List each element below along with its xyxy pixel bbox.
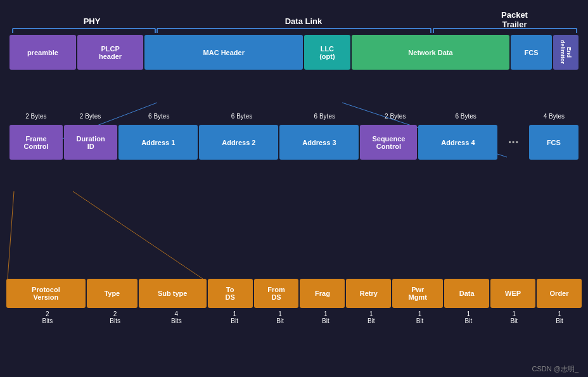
llc-opt-block: LLC(opt): [304, 35, 350, 70]
size-addr1: 6 Bytes: [118, 113, 200, 120]
pwr-mgmt-block: PwrMgmt: [392, 279, 443, 308]
fcs-l2-block: FCS: [529, 125, 578, 160]
fcs-l1-block: FCS: [511, 35, 551, 70]
dots-block: ···: [499, 125, 527, 160]
plcp-header-block: PLCPheader: [77, 35, 144, 70]
bits-from-ds: 1Bit: [258, 310, 302, 324]
preamble-block: preamble: [10, 35, 76, 70]
size-frame-control: 2 Bytes: [10, 113, 63, 120]
bits-wep: 1Bit: [492, 310, 536, 324]
svg-line-12: [73, 191, 203, 279]
diagram-container: PHY Data Link PacketTrailer preamble PLC…: [0, 0, 588, 377]
size-seq: 2 Bytes: [367, 113, 424, 120]
layer1-blocks: preamble PLCPheader MAC Header LLC(opt) …: [10, 35, 578, 70]
layer2-size-labels: 2 Bytes 2 Bytes 6 Bytes 6 Bytes 6 Bytes …: [10, 113, 578, 120]
data-block: Data: [444, 279, 489, 308]
seq-control-block: SequenceControl: [360, 125, 417, 160]
protocol-version-block: ProtocolVersion: [6, 279, 86, 308]
size-dots: [508, 113, 528, 120]
watermark: CSDN @志明_: [532, 364, 578, 374]
duration-id-block: DurationID: [64, 125, 117, 160]
layer3-bit-labels: 2Bits 2Bits 4Bits 1Bit 1Bit 1Bit 1Bit 1B…: [6, 310, 582, 324]
address4-block: Address 4: [418, 125, 497, 160]
trailer-label: PacketTrailer: [443, 10, 586, 29]
to-ds-block: ToDS: [208, 279, 253, 308]
bits-retry: 1Bit: [349, 310, 393, 324]
bits-to-ds: 1Bit: [212, 310, 257, 324]
type-block: Type: [87, 279, 137, 308]
order-block: Order: [537, 279, 582, 308]
datalink-label: Data Link: [167, 16, 440, 26]
bits-type: 2Bits: [90, 310, 141, 324]
bits-data: 1Bit: [446, 310, 490, 324]
phy-label: PHY: [22, 16, 162, 26]
bits-frag: 1Bit: [304, 310, 348, 324]
frag-block: Frag: [300, 279, 345, 308]
size-addr4: 6 Bytes: [425, 113, 507, 120]
layer3-blocks: ProtocolVersion Type Sub type ToDS FromD…: [6, 279, 582, 308]
network-data-block: Network Data: [352, 35, 510, 70]
svg-line-11: [8, 191, 14, 279]
bits-sub-type: 4Bits: [142, 310, 212, 324]
address1-block: Address 1: [118, 125, 198, 160]
size-addr3: 6 Bytes: [284, 113, 366, 120]
layer2-blocks: FrameControl DurationID Address 1 Addres…: [10, 125, 578, 160]
bits-protocol-version: 2Bits: [6, 310, 89, 324]
size-duration: 2 Bytes: [64, 113, 117, 120]
address3-block: Address 3: [279, 125, 359, 160]
size-addr2: 6 Bytes: [201, 113, 283, 120]
mac-header-block: MAC Header: [144, 35, 303, 70]
retry-block: Retry: [346, 279, 391, 308]
size-fcs-l2: 4 Bytes: [530, 113, 578, 120]
bits-pwr-mgmt: 1Bit: [395, 310, 445, 324]
from-ds-block: FromDS: [254, 279, 299, 308]
end-delim-block: End delimitor: [553, 35, 578, 70]
sub-type-block: Sub type: [139, 279, 207, 308]
frame-control-block: FrameControl: [10, 125, 63, 160]
wep-block: WEP: [490, 279, 535, 308]
address2-block: Address 2: [199, 125, 278, 160]
bits-order: 1Bit: [537, 310, 582, 324]
